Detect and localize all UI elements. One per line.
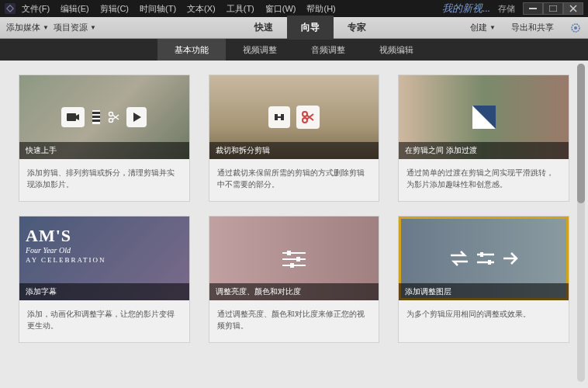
chevron-down-icon: ▼ [43,24,49,31]
menu-window[interactable]: 窗口(W) [265,3,296,15]
camera-icon [61,107,85,127]
scrollbar[interactable] [577,64,585,382]
guide-card-transitions[interactable]: 在剪辑之间 添加过渡 通过简单的过渡在剪辑之间实现平滑跳转，为影片添加趣味性和创… [398,74,569,202]
menu-tools[interactable]: 工具(T) [227,3,254,15]
create-dropdown[interactable]: 创建▼ [470,22,496,33]
svg-rect-19 [488,260,491,265]
svg-rect-18 [480,252,483,257]
svg-rect-1 [529,8,537,9]
menu-timeline[interactable]: 时间轴(T) [140,3,176,15]
card-description: 通过简单的过渡在剪辑之间实现平滑跳转，为影片添加趣味性和创意感。 [399,159,569,201]
card-description: 通过调整亮度、颜色和对比度来修正您的视频剪辑。 [209,300,379,342]
mode-tab-guided[interactable]: 向导 [287,16,334,40]
subtab-basic[interactable]: 基本功能 [157,39,226,61]
card-description: 添加剪辑、排列剪辑或拆分，清理剪辑并实现添加影片。 [19,159,189,201]
swap-icon [449,250,469,267]
card-caption: 调整亮度、颜色和对比度 [209,283,379,300]
card-description: 通过裁切来保留所需的剪辑的方式删除剪辑中不需要的部分。 [209,159,379,201]
guide-card-titles[interactable]: AM'S Four Year Old AY CELEBRATION 添加字幕 添… [19,216,190,343]
minimize-button[interactable] [523,2,543,15]
subtab-video-edit[interactable]: 视频编辑 [362,39,431,61]
menu-edit[interactable]: 编辑(E) [61,3,89,15]
scissors-icon [108,111,120,123]
export-share-button[interactable]: 导出和共享 [511,22,554,33]
svg-rect-9 [92,120,100,122]
scissors-icon [296,106,320,129]
guide-card-adjustment-layer[interactable]: 添加调整图层 为多个剪辑应用相同的调整或效果。 [398,216,569,343]
svg-rect-16 [296,257,300,262]
svg-rect-7 [92,112,100,114]
chevron-down-icon: ▼ [489,24,496,31]
add-media-dropdown[interactable]: 添加媒体▼ [6,22,49,33]
card-caption: 在剪辑之间 添加过渡 [399,142,569,159]
sliders-icon [476,250,496,267]
maximize-button[interactable] [543,2,563,15]
play-icon [126,107,147,127]
mode-tab-expert[interactable]: 专家 [334,16,380,40]
svg-point-4 [574,26,577,29]
card-caption: 快速上手 [19,142,189,159]
filmstrip-icon [91,110,102,124]
card-caption: 添加调整图层 [399,283,569,300]
app-logo [5,3,16,14]
project-assets-dropdown[interactable]: 项目资源▼ [54,22,96,33]
project-title: 我的新视... [442,2,490,16]
subtab-video-adjust[interactable]: 视频调整 [226,39,294,61]
menu-bar: 文件(F) 编辑(E) 剪辑(C) 时间轴(T) 文本(X) 工具(T) 窗口(… [22,3,336,15]
trim-icon [268,106,290,128]
scroll-thumb[interactable] [577,64,585,203]
svg-rect-17 [290,263,294,268]
menu-help[interactable]: 帮助(H) [306,3,335,15]
arrow-right-icon [502,251,519,265]
sliders-icon [281,248,307,268]
svg-rect-15 [287,251,291,255]
gear-icon[interactable] [569,22,582,34]
card-description: 为多个剪辑应用相同的调整或效果。 [399,300,569,341]
card-caption: 添加字幕 [19,283,189,300]
subtab-audio-adjust[interactable]: 音频调整 [294,39,362,61]
mode-tab-quick[interactable]: 快速 [240,16,287,40]
guide-card-brightness-color[interactable]: 调整亮度、颜色和对比度 通过调整亮度、颜色和对比度来修正您的视频剪辑。 [209,216,380,343]
guide-card-quickstart[interactable]: 快速上手 添加剪辑、排列剪辑或拆分，清理剪辑并实现添加影片。 [19,74,190,202]
svg-rect-8 [92,116,100,118]
menu-file[interactable]: 文件(F) [22,3,50,15]
save-button[interactable]: 存储 [498,3,515,15]
transition-icon [472,106,496,129]
svg-rect-0 [7,5,13,12]
menu-text[interactable]: 文本(X) [187,3,216,15]
guide-card-trim-split[interactable]: 裁切和拆分剪辑 通过裁切来保留所需的剪辑的方式删除剪辑中不需要的部分。 [209,74,380,202]
svg-rect-2 [549,5,557,12]
chevron-down-icon: ▼ [90,24,96,31]
svg-rect-5 [67,113,76,121]
close-button[interactable] [563,2,583,15]
menu-clip[interactable]: 剪辑(C) [100,3,129,15]
card-caption: 裁切和拆分剪辑 [209,142,379,159]
card-description: 添加，动画化和调整字幕，让您的影片变得更生动。 [19,300,189,342]
